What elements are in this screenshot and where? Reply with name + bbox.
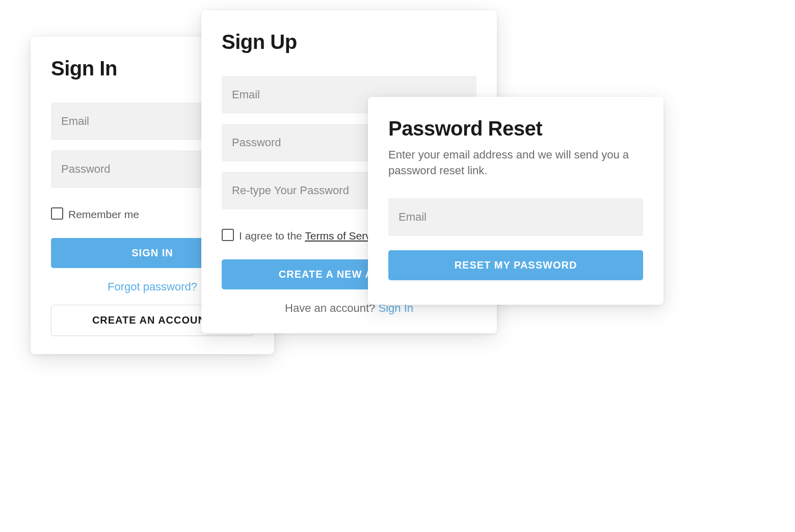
signup-title: Sign Up	[222, 31, 476, 54]
have-account-text: Have an account?	[285, 302, 378, 314]
agree-prefix: I agree to the	[239, 230, 305, 242]
reset-subtitle: Enter your email address and we will sen…	[388, 147, 643, 179]
agree-terms-checkbox[interactable]	[222, 229, 234, 241]
reset-email-field[interactable]	[388, 198, 643, 236]
remember-me-checkbox[interactable]	[51, 207, 63, 220]
reset-title: Password Reset	[388, 117, 643, 140]
password-reset-card: Password Reset Enter your email address …	[368, 97, 664, 305]
forgot-password-link[interactable]: Forgot password?	[108, 280, 197, 293]
reset-submit-button[interactable]: RESET MY PASSWORD	[388, 250, 643, 280]
remember-me-label: Remember me	[68, 206, 139, 223]
